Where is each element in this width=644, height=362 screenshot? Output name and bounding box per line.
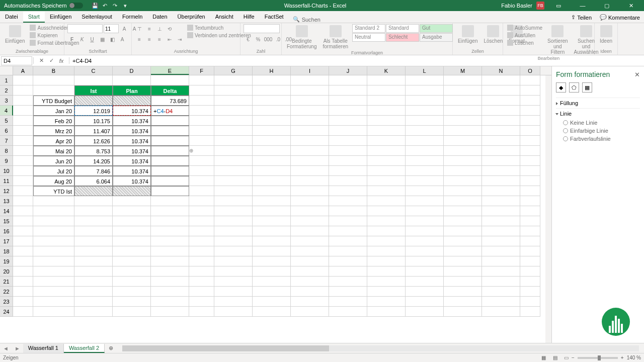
- cell[interactable]: [482, 156, 520, 166]
- cell[interactable]: [444, 146, 482, 156]
- cell[interactable]: [444, 176, 482, 186]
- cell[interactable]: [253, 226, 291, 236]
- cell[interactable]: [74, 196, 113, 206]
- cell[interactable]: [253, 96, 291, 106]
- cell[interactable]: [520, 166, 540, 176]
- cell[interactable]: [74, 246, 113, 256]
- cell[interactable]: [520, 206, 540, 216]
- cell[interactable]: [291, 146, 329, 156]
- cell[interactable]: [520, 75, 540, 85]
- cell[interactable]: +C4-D4: [151, 106, 189, 116]
- column-header[interactable]: F: [189, 66, 214, 75]
- cell[interactable]: 10.175: [74, 116, 113, 126]
- cell[interactable]: [520, 287, 540, 297]
- cell[interactable]: [406, 226, 444, 236]
- cell[interactable]: [253, 106, 291, 116]
- cell[interactable]: 10.374: [113, 126, 151, 136]
- cell[interactable]: [329, 297, 367, 307]
- cell[interactable]: [482, 256, 520, 266]
- confirm-formula-icon[interactable]: ✓: [47, 57, 56, 64]
- cell[interactable]: [214, 206, 253, 216]
- cell[interactable]: [520, 156, 540, 166]
- cell[interactable]: [151, 277, 189, 287]
- cell[interactable]: [253, 307, 291, 317]
- cell[interactable]: [482, 216, 520, 226]
- cell[interactable]: [214, 256, 253, 266]
- cell[interactable]: [482, 166, 520, 176]
- row-header[interactable]: 5: [0, 116, 13, 126]
- cell[interactable]: [113, 287, 151, 297]
- cell[interactable]: [13, 176, 33, 186]
- cell[interactable]: [253, 266, 291, 277]
- cell-styles-gallery[interactable]: Standard 2StandardGutNeutralSchlechtAusg…: [352, 24, 453, 42]
- cell[interactable]: [189, 126, 214, 136]
- cell-style-option[interactable]: Neutral: [352, 33, 385, 42]
- cell[interactable]: [291, 136, 329, 146]
- zoom-slider[interactable]: [578, 357, 618, 359]
- cell[interactable]: [13, 236, 33, 246]
- cell[interactable]: [406, 246, 444, 256]
- cell-style-option[interactable]: Standard: [386, 24, 419, 33]
- cell[interactable]: [367, 287, 406, 297]
- cell[interactable]: [253, 146, 291, 156]
- cell[interactable]: [151, 266, 189, 277]
- cell[interactable]: [291, 256, 329, 266]
- cell[interactable]: [13, 75, 33, 85]
- cell[interactable]: [253, 216, 291, 226]
- cell[interactable]: [406, 126, 444, 136]
- cell[interactable]: [367, 176, 406, 186]
- cell[interactable]: [329, 75, 367, 85]
- row-header[interactable]: 23: [0, 297, 13, 307]
- cell[interactable]: [253, 236, 291, 246]
- cell[interactable]: [520, 176, 540, 186]
- cell[interactable]: [214, 96, 253, 106]
- cell[interactable]: [482, 277, 520, 287]
- cell[interactable]: [482, 126, 520, 136]
- cond-format-button[interactable]: Bedingte Formatierung: [285, 24, 318, 50]
- cell[interactable]: [482, 266, 520, 277]
- row-header[interactable]: 10: [0, 166, 13, 176]
- cell[interactable]: [189, 166, 214, 176]
- cell-style-option[interactable]: Standard 2: [352, 24, 385, 33]
- cell[interactable]: [189, 226, 214, 236]
- cell[interactable]: [33, 206, 74, 216]
- cell[interactable]: [367, 75, 406, 85]
- row-header[interactable]: 18: [0, 246, 13, 256]
- cell[interactable]: [113, 216, 151, 226]
- cell[interactable]: [151, 206, 189, 216]
- cell[interactable]: [74, 266, 113, 277]
- cell[interactable]: [214, 116, 253, 126]
- cell[interactable]: Feb 20: [33, 116, 74, 126]
- cell[interactable]: [214, 186, 253, 196]
- cell[interactable]: [189, 146, 214, 156]
- cell[interactable]: [329, 136, 367, 146]
- cell[interactable]: [406, 186, 444, 196]
- cell[interactable]: [444, 297, 482, 307]
- cell[interactable]: [151, 166, 189, 176]
- cell[interactable]: [482, 176, 520, 186]
- cell[interactable]: [406, 297, 444, 307]
- cell[interactable]: Jul 20: [33, 166, 74, 176]
- cell[interactable]: [13, 136, 33, 146]
- cell[interactable]: [113, 277, 151, 287]
- row-header[interactable]: 4: [0, 106, 13, 116]
- cell[interactable]: [291, 307, 329, 317]
- cell[interactable]: [291, 226, 329, 236]
- cell[interactable]: 10.374: [113, 166, 151, 176]
- cell[interactable]: [214, 307, 253, 317]
- cell[interactable]: [33, 307, 74, 317]
- cell[interactable]: [151, 156, 189, 166]
- cell[interactable]: YTD Budget: [33, 96, 74, 106]
- row-header[interactable]: 14: [0, 206, 13, 216]
- cell[interactable]: [406, 166, 444, 176]
- column-header[interactable]: E: [151, 66, 189, 75]
- cell[interactable]: [33, 256, 74, 266]
- cell[interactable]: [151, 297, 189, 307]
- page-break-icon[interactable]: ▭: [561, 355, 572, 360]
- zoom-level[interactable]: 140 %: [627, 355, 641, 360]
- autosum-button[interactable]: AutoSumme: [506, 24, 543, 31]
- cell[interactable]: 8.753: [74, 146, 113, 156]
- table-format-button[interactable]: Als Tabelle formatieren: [320, 24, 350, 50]
- cell[interactable]: [151, 75, 189, 85]
- cell[interactable]: [253, 176, 291, 186]
